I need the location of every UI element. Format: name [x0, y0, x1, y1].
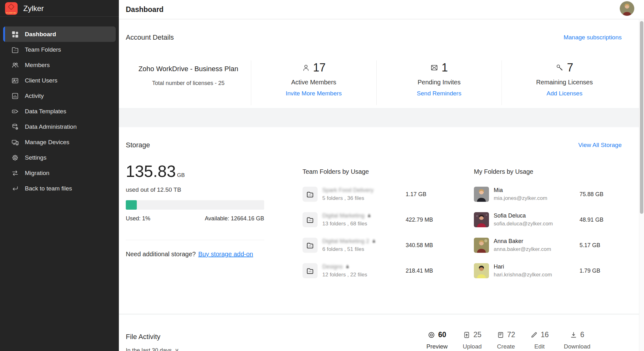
team-folder-row[interactable]: Designs 12 folders , 22 files 218.41 MB — [303, 258, 437, 283]
storage-available: Available: 12664.16 GB — [205, 215, 264, 222]
main-content: Account Details Manage subscriptions Zoh… — [119, 19, 644, 351]
return-arrow-icon — [11, 185, 19, 192]
file-activity-card: File Activity In the last 30 days ∨ 60 P… — [119, 315, 639, 351]
activity-range-dropdown[interactable]: In the last 30 days ∨ — [126, 347, 179, 351]
gear-icon — [11, 154, 19, 161]
storage-caption: used out of 12.50 TB — [126, 186, 181, 193]
edit-label: Edit — [534, 343, 545, 350]
remaining-licenses-label: Remaining Licenses — [536, 79, 593, 86]
manage-subscriptions-link[interactable]: Manage subscriptions — [564, 34, 622, 41]
invite-more-members-link[interactable]: Invite More Members — [286, 90, 341, 97]
sidebar-item-label: Dashboard — [25, 31, 56, 38]
lock-icon — [372, 239, 376, 243]
download-count: 6 — [580, 331, 584, 339]
active-members-label: Active Members — [291, 79, 336, 86]
file-upload-icon — [463, 331, 470, 339]
member-usage-row[interactable]: Sofia Deluca sofia.deluca@zylker.com 48.… — [474, 207, 617, 232]
my-folders-usage-panel: My Folders by Usage Mia mia.jones@zylker… — [474, 127, 617, 314]
folder-icon — [11, 46, 19, 54]
storage-bar-fill — [126, 200, 137, 210]
avatar — [474, 212, 489, 227]
sidebar-item-label: Settings — [25, 154, 47, 161]
upload-label: Upload — [463, 343, 482, 350]
avatar — [474, 187, 489, 202]
active-members-count: 17 — [313, 61, 326, 74]
preview-count: 60 — [438, 331, 446, 339]
eye-icon — [428, 331, 435, 339]
sidebar-item-settings[interactable]: Settings — [0, 150, 119, 165]
sidebar-item-label: Data Templates — [25, 108, 66, 115]
pencil-icon — [530, 331, 538, 339]
avatar-photo — [620, 1, 634, 16]
database-gear-icon — [11, 123, 19, 131]
envelope-icon — [430, 64, 438, 72]
storage-used-value: 135.83 — [126, 162, 176, 180]
team-folder-row[interactable]: Digital Marketing 13 folders , 68 files … — [303, 207, 437, 232]
page-title: Dashboard — [126, 0, 164, 19]
download-label: Download — [564, 343, 591, 350]
stat-edit[interactable]: 16 Edit — [530, 331, 549, 350]
scrollbar-thumb[interactable] — [640, 21, 643, 214]
file-create-icon — [497, 331, 504, 339]
my-folders-usage-title: My Folders by Usage — [474, 168, 533, 175]
avatar — [474, 263, 489, 278]
zylker-logo-icon: ZYLKER INC. — [5, 2, 18, 15]
sidebar-item-dashboard[interactable]: Dashboard — [3, 26, 116, 42]
sidebar-item-activity[interactable]: Activity — [0, 88, 119, 104]
team-folder-size: 218.41 MB — [406, 267, 433, 274]
team-folder-meta: 6 folders , 51 files — [322, 246, 376, 252]
activity-range-label: In the last 30 days — [126, 347, 172, 351]
sidebar-item-manage-devices[interactable]: Manage Devices — [0, 134, 119, 150]
people-icon — [11, 61, 19, 69]
member-usage-row[interactable]: Anna Baker anna.baker@zylker.com 5.17 GB — [474, 232, 617, 258]
upload-count: 25 — [473, 331, 481, 339]
team-folder-icon — [303, 263, 318, 278]
active-members-column: 17 Active Members Invite More Members — [251, 60, 376, 105]
sidebar-item-back-to-team-files[interactable]: Back to team files — [0, 181, 119, 196]
team-folder-name: Digital Marketing — [322, 212, 364, 219]
avatar — [474, 238, 489, 253]
team-folders-usage-title: Team Folders by Usage — [303, 168, 369, 175]
sidebar-item-label: Migration — [25, 170, 49, 177]
member-usage-size: 1.79 GB — [580, 267, 600, 274]
sidebar-item-members[interactable]: Members — [0, 57, 119, 73]
pending-invites-count: 1 — [441, 61, 448, 74]
team-folders-usage-panel: Team Folders by Usage Spark Food Deliver… — [303, 127, 437, 314]
create-count: 72 — [507, 331, 515, 339]
sidebar-item-label: Team Folders — [25, 46, 61, 53]
user-avatar[interactable] — [620, 1, 634, 16]
sidebar-item-data-templates[interactable]: Data Templates — [0, 104, 119, 119]
member-usage-size: 5.17 GB — [580, 242, 600, 248]
stat-upload[interactable]: 25 Upload — [463, 331, 482, 350]
team-folder-icon — [303, 238, 318, 253]
create-label: Create — [497, 343, 515, 350]
team-folder-size: 422.79 MB — [406, 216, 433, 223]
sidebar-item-label: Data Administration — [25, 123, 77, 130]
sidebar-item-team-folders[interactable]: Team Folders — [0, 42, 119, 57]
team-folder-row[interactable]: Digital Marketing 2 6 folders , 51 files… — [303, 232, 437, 258]
lock-icon — [367, 213, 371, 218]
buy-storage-addon-link[interactable]: Buy storage add-on — [198, 251, 253, 258]
remaining-licenses-column: 7 Remaining Licenses Add Licenses — [502, 60, 627, 105]
scrollbar-track[interactable] — [639, 19, 644, 351]
member-name: Mia — [494, 187, 547, 194]
stat-preview[interactable]: 60 Preview — [426, 331, 448, 350]
add-licenses-link[interactable]: Add Licenses — [547, 90, 582, 97]
team-folder-row[interactable]: Spark Food Delivery 5 folders , 36 files… — [303, 181, 437, 207]
stat-download[interactable]: 6 Download — [564, 331, 591, 350]
member-usage-row[interactable]: Hari hari.krishna@zylker.com 1.79 GB — [474, 258, 617, 283]
team-folder-name: Spark Food Delivery — [322, 187, 374, 194]
team-folder-icon — [303, 187, 318, 202]
team-folder-meta: 12 folders , 22 files — [322, 272, 367, 278]
sidebar-item-data-administration[interactable]: Data Administration — [0, 119, 119, 134]
sidebar-item-label: Members — [25, 62, 50, 69]
send-reminders-link[interactable]: Send Reminders — [417, 90, 462, 97]
member-usage-row[interactable]: Mia mia.jones@zylker.com 75.88 GB — [474, 181, 617, 207]
sidebar-item-label: Manage Devices — [25, 139, 69, 146]
stat-create[interactable]: 72 Create — [497, 331, 515, 350]
sidebar-item-label: Client Users — [25, 77, 57, 84]
sidebar-item-migration[interactable]: Migration — [0, 165, 119, 181]
sidebar-item-client-users[interactable]: Client Users — [0, 73, 119, 88]
team-folder-meta: 5 folders , 36 files — [322, 195, 374, 201]
brand-name: Zylker — [23, 0, 44, 17]
